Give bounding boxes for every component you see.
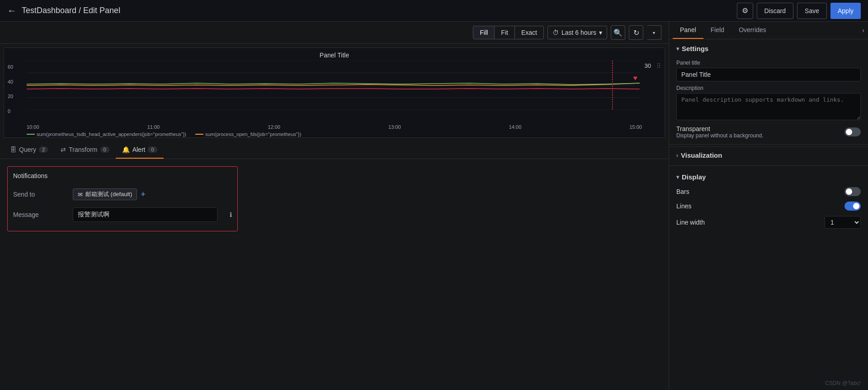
line-width-select[interactable]: 1 2 3 <box>825 216 861 229</box>
clock-icon: ⏱ <box>552 29 559 36</box>
tab-query[interactable]: 🗄 Query 2 <box>4 141 54 159</box>
chart-legend: sum(prometheus_tsdb_head_active_appender… <box>4 131 665 138</box>
chevron-down-icon: ▾ <box>653 30 655 35</box>
email-tag[interactable]: ✉ 邮箱测试 (default) <box>73 188 137 200</box>
x-axis: 10:00 11:00 12:00 13:00 14:00 15:00 <box>27 124 642 130</box>
right-tabs: Panel Field Overrides › <box>669 22 868 39</box>
chart-container: Panel Title 60 40 20 0 <box>4 47 665 138</box>
view-mode-group: Fill Fit Exact <box>473 26 543 39</box>
legend-item-2: sum(process_open_fds{job="prometheus"}) <box>195 132 301 137</box>
settings-icon-button[interactable]: ⚙ <box>737 3 753 19</box>
discard-button[interactable]: Discard <box>757 3 793 19</box>
send-to-label: Send to <box>13 191 67 198</box>
zoom-out-button[interactable]: 🔍 <box>611 25 625 40</box>
more-button[interactable]: ▾ <box>647 25 661 40</box>
panel-title-input[interactable] <box>676 68 861 81</box>
visualization-section-header[interactable]: › Visualization <box>669 146 868 164</box>
toggle-slider <box>844 127 861 136</box>
magnify-icon: 🔍 <box>613 28 623 37</box>
settings-chevron-icon: ▾ <box>676 46 679 52</box>
divider-1 <box>669 144 868 145</box>
tab-alert[interactable]: 🔔 Alert 0 <box>116 141 164 159</box>
transparent-toggle[interactable] <box>844 127 861 136</box>
settings-section-header[interactable]: ▾ Settings <box>676 39 861 56</box>
lines-label: Lines <box>676 202 691 210</box>
x-label-1400: 14:00 <box>509 124 522 130</box>
transform-label: Transform <box>69 146 97 153</box>
message-input[interactable] <box>73 207 217 222</box>
send-to-row: Send to ✉ 邮箱测试 (default) + <box>13 185 232 204</box>
right-tab-overrides[interactable]: Overrides <box>731 22 774 39</box>
description-textarea[interactable] <box>676 93 861 120</box>
line-width-row: Line width 1 2 3 <box>676 213 861 231</box>
display-section: ▾ Display Bars Lines Line width <box>669 168 868 231</box>
query-count-badge: 2 <box>39 146 48 153</box>
settings-section: ▾ Settings Panel title Description Trans… <box>669 39 868 142</box>
bars-toggle-slider <box>844 187 861 196</box>
message-label: Message <box>13 211 67 218</box>
database-icon: 🗄 <box>10 146 16 153</box>
x-label-1500: 15:00 <box>629 124 642 130</box>
refresh-icon: ↻ <box>633 28 639 37</box>
display-chevron-icon: ▾ <box>676 174 679 180</box>
bars-row: Bars <box>676 184 861 199</box>
lines-toggle-slider <box>844 202 861 211</box>
y-label-20: 20 <box>8 94 13 99</box>
visualization-section-label: Visualization <box>681 151 722 159</box>
message-row: Message ℹ <box>13 204 232 226</box>
settings-section-label: Settings <box>682 45 708 52</box>
alert-count-badge: 0 <box>148 146 157 153</box>
viz-chevron-icon: › <box>676 152 678 159</box>
notifications-box: Notifications Send to ✉ 邮箱测试 (default) +… <box>7 166 238 231</box>
legend-color-1 <box>27 134 35 135</box>
fill-button[interactable]: Fill <box>473 26 495 39</box>
fit-button[interactable]: Fit <box>495 26 515 39</box>
add-notification-button[interactable]: + <box>141 190 146 198</box>
apply-button[interactable]: Apply <box>830 3 861 19</box>
x-label-1200: 12:00 <box>268 124 280 130</box>
lines-toggle[interactable] <box>844 202 861 211</box>
transparent-label-group: Transparent Display panel without a back… <box>676 125 764 139</box>
gear-icon: ⚙ <box>742 6 748 15</box>
y-label-60: 60 <box>8 64 13 70</box>
transparent-subtitle: Display panel without a background. <box>676 132 764 139</box>
legend-label-2: sum(process_open_fds{job="prometheus"}) <box>205 132 301 137</box>
transform-icon: ⇄ <box>61 146 66 153</box>
refresh-button[interactable]: ↻ <box>629 25 643 40</box>
y-label-0: 0 <box>8 108 13 114</box>
y-axis: 60 40 20 0 <box>8 64 13 114</box>
alert-count: 30 <box>645 62 651 69</box>
watermark: CSDN @?abc! <box>825 380 861 386</box>
notifications-title: Notifications <box>13 172 232 179</box>
exact-button[interactable]: Exact <box>515 26 543 39</box>
divider-2 <box>669 165 868 166</box>
y-label-40: 40 <box>8 79 13 85</box>
back-button[interactable]: ← <box>7 5 16 16</box>
tab-transform[interactable]: ⇄ Transform 0 <box>54 141 115 159</box>
alert-label: Alert <box>132 146 146 153</box>
x-label-1300: 13:00 <box>388 124 401 130</box>
query-label: Query <box>19 146 36 153</box>
tabs-bar: 🗄 Query 2 ⇄ Transform 0 🔔 Alert 0 <box>0 141 669 159</box>
right-tab-field[interactable]: Field <box>703 22 731 39</box>
right-panel-chevron-icon[interactable]: › <box>862 27 864 34</box>
bars-toggle[interactable] <box>844 187 861 196</box>
time-range-picker[interactable]: ⏱ Last 6 hours ▾ <box>547 26 607 39</box>
center-panel: Fill Fit Exact ⏱ Last 6 hours ▾ 🔍 ↻ ▾ Pa… <box>0 22 669 390</box>
chevron-down-icon: ▾ <box>599 29 602 36</box>
transparent-row: Transparent Display panel without a back… <box>676 122 861 142</box>
legend-item-1: sum(prometheus_tsdb_head_active_appender… <box>27 132 186 137</box>
legend-label-1: sum(prometheus_tsdb_head_active_appender… <box>37 132 186 137</box>
save-button[interactable]: Save <box>797 3 827 19</box>
top-bar-actions: ⚙ Discard Save Apply <box>737 3 861 19</box>
email-tag-label: 邮箱测试 (default) <box>85 190 132 198</box>
panel-title-label: Panel title <box>676 60 861 66</box>
time-range-label: Last 6 hours <box>561 29 596 36</box>
envelope-icon: ✉ <box>78 191 83 198</box>
x-label-1000: 10:00 <box>27 124 39 130</box>
line-width-label: Line width <box>676 219 705 226</box>
right-tab-panel[interactable]: Panel <box>673 22 703 39</box>
display-section-header[interactable]: ▾ Display <box>676 168 861 184</box>
description-label: Description <box>676 85 861 91</box>
send-to-value: ✉ 邮箱测试 (default) + <box>73 188 146 200</box>
